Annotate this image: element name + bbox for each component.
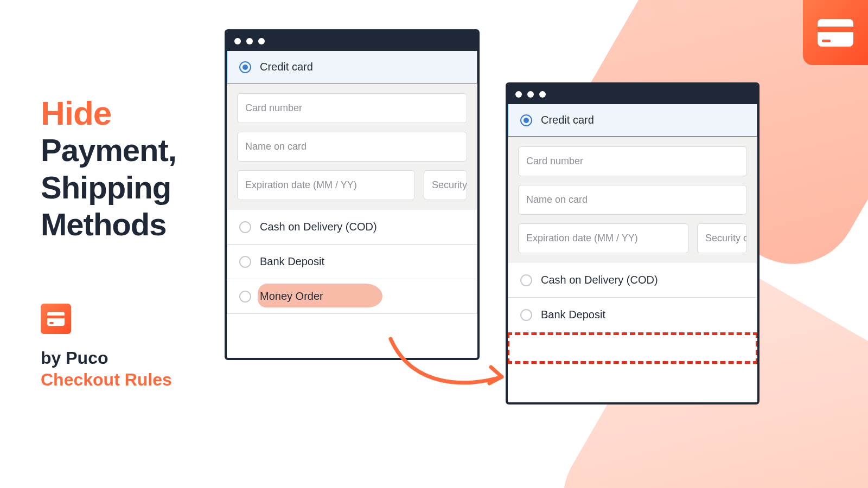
radio-unselected-icon xyxy=(520,309,532,321)
radio-unselected-icon xyxy=(239,291,251,303)
expiration-input[interactable]: Expiration date (MM / YY) xyxy=(237,170,415,200)
payment-option-cod[interactable]: Cash on Delivery (COD) xyxy=(508,263,757,298)
removed-option-placeholder xyxy=(507,332,758,364)
radio-selected-icon xyxy=(520,114,532,126)
credit-card-form: Card number Name on card Expiration date… xyxy=(227,84,477,210)
browser-after: Credit card Card number Name on card Exp… xyxy=(506,82,760,404)
radio-unselected-icon xyxy=(520,274,532,286)
expiration-input[interactable]: Expiration date (MM / YY) xyxy=(518,223,688,253)
payment-option-money-order[interactable]: Money Order xyxy=(227,279,477,314)
headline-line-1: Payment, xyxy=(41,132,176,169)
payment-option-credit-card[interactable]: Credit card xyxy=(508,104,757,137)
credit-card-form: Card number Name on card Expiration date… xyxy=(508,137,757,263)
name-on-card-input[interactable]: Name on card xyxy=(237,132,467,162)
credit-card-label: Credit card xyxy=(260,61,313,73)
credit-card-label: Credit card xyxy=(541,114,594,126)
name-on-card-input[interactable]: Name on card xyxy=(518,185,747,215)
window-dot-icon xyxy=(246,38,253,44)
window-dot-icon xyxy=(515,91,522,98)
bank-label: Bank Deposit xyxy=(541,309,605,321)
byline-brand: Checkout Rules xyxy=(41,369,172,390)
payment-option-credit-card[interactable]: Credit card xyxy=(227,51,477,84)
cod-label: Cash on Delivery (COD) xyxy=(541,274,658,286)
radio-unselected-icon xyxy=(239,221,251,233)
app-badge-top-right xyxy=(803,0,868,65)
payment-option-cod[interactable]: Cash on Delivery (COD) xyxy=(227,210,477,245)
window-dot-icon xyxy=(234,38,241,44)
payment-option-bank[interactable]: Bank Deposit xyxy=(508,298,757,332)
headline-line-2: Shipping xyxy=(41,169,176,206)
credit-card-icon xyxy=(47,311,65,326)
svg-rect-0 xyxy=(818,19,853,47)
svg-rect-2 xyxy=(822,40,831,42)
window-dot-icon xyxy=(527,91,534,98)
browser-before: Credit card Card number Name on card Exp… xyxy=(225,29,480,360)
app-logo-small xyxy=(41,304,71,334)
window-titlebar xyxy=(227,31,477,51)
card-number-input[interactable]: Card number xyxy=(237,93,467,123)
svg-rect-5 xyxy=(49,322,54,324)
headline-line-3: Methods xyxy=(41,206,176,243)
headline-hide: Hide xyxy=(41,95,176,132)
credit-card-icon xyxy=(816,18,854,48)
payment-panel: Credit card Card number Name on card Exp… xyxy=(227,51,477,314)
bank-label: Bank Deposit xyxy=(260,255,324,268)
payment-option-bank[interactable]: Bank Deposit xyxy=(227,245,477,279)
svg-rect-3 xyxy=(47,312,65,326)
window-titlebar xyxy=(508,85,757,104)
security-code-input[interactable]: Security c xyxy=(697,223,747,253)
payment-panel: Credit card Card number Name on card Exp… xyxy=(508,104,757,364)
window-dot-icon xyxy=(258,38,265,44)
byline: by Puco Checkout Rules xyxy=(41,347,172,390)
byline-by: by Puco xyxy=(41,348,108,368)
security-code-input[interactable]: Security xyxy=(424,170,467,200)
cod-label: Cash on Delivery (COD) xyxy=(260,221,377,233)
svg-rect-1 xyxy=(818,27,853,32)
radio-selected-icon xyxy=(239,61,251,73)
radio-unselected-icon xyxy=(239,256,251,268)
window-dot-icon xyxy=(539,91,546,98)
card-number-input[interactable]: Card number xyxy=(518,146,747,176)
headline-block: Hide Payment, Shipping Methods xyxy=(41,95,176,243)
svg-rect-4 xyxy=(47,316,65,318)
money-order-label: Money Order xyxy=(260,290,323,303)
